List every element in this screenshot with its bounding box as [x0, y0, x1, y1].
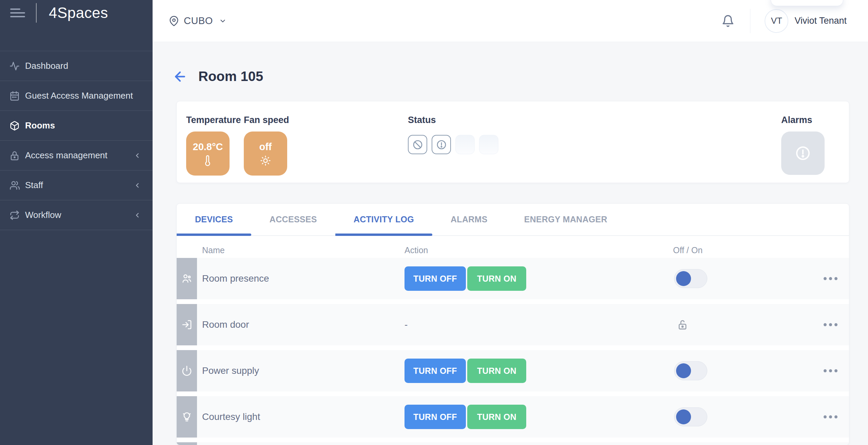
- alarms-label: Alarms: [781, 115, 825, 125]
- fan-speed-value: off: [259, 141, 272, 153]
- back-arrow-icon[interactable]: [173, 69, 188, 84]
- lock-icon: [9, 150, 20, 161]
- tab-label: DEVICES: [195, 215, 233, 224]
- alarms-group: Alarms: [781, 115, 825, 175]
- chevron-left-icon: [134, 211, 141, 219]
- sidebar-item-staff[interactable]: Staff: [0, 170, 153, 200]
- devices-card: DEVICESACCESSESACTIVITY LOGALARMSENERGY …: [176, 203, 849, 445]
- sidebar-item-access-management[interactable]: Access management: [0, 141, 153, 170]
- fan-speed-label: Fan speed: [244, 115, 289, 125]
- device-name: Courtesy light: [202, 411, 260, 422]
- thermometer-icon: [202, 155, 213, 166]
- tab-accesses[interactable]: ACCESSES: [251, 204, 335, 235]
- column-header-action: Action: [405, 245, 428, 255]
- table-row-partial: [177, 442, 849, 445]
- map-pin-icon: [169, 16, 179, 26]
- main-area: CUBO VT Viviot Tenant Room 105 Temperatu…: [153, 0, 868, 445]
- power-icon: [181, 365, 192, 376]
- toggle-knob: [676, 271, 691, 286]
- device-name: Room presence: [202, 273, 269, 284]
- turn-off-button[interactable]: TURN OFF: [405, 266, 466, 291]
- status-group: Status: [408, 115, 498, 154]
- toggle-knob: [676, 409, 691, 424]
- sidebar-item-dashboard[interactable]: Dashboard: [0, 51, 153, 81]
- menu-toggle-icon[interactable]: [10, 7, 26, 19]
- device-name: Room door: [202, 319, 249, 330]
- turn-off-button[interactable]: TURN OFF: [405, 359, 466, 383]
- logo-divider: [36, 3, 37, 23]
- turn-on-button[interactable]: TURN ON: [467, 266, 526, 291]
- room-overview-card: Temperature 20.8°C Fan speed off Status: [176, 101, 849, 183]
- device-icon-cell: [177, 258, 197, 299]
- sidebar-item-guest-access-management[interactable]: Guest Access Management: [0, 81, 153, 111]
- status-badge-empty: [479, 135, 498, 154]
- row-more-menu[interactable]: [822, 366, 839, 376]
- status-badges: [408, 135, 498, 154]
- sidebar-item-workflow[interactable]: Workflow: [0, 200, 153, 230]
- device-state: [674, 361, 707, 380]
- device-actions: TURN OFF TURN ON: [405, 266, 526, 291]
- turn-on-button[interactable]: TURN ON: [467, 359, 526, 383]
- fan-sun-icon: [260, 155, 271, 166]
- users-icon: [9, 180, 20, 190]
- tab-label: ALARMS: [451, 215, 488, 224]
- device-rows: Room presence TURN OFF TURN ON Room door…: [177, 258, 849, 438]
- user-name: Viviot Tenant: [794, 16, 847, 26]
- status-badge-alert: [432, 135, 451, 154]
- topbar: CUBO VT Viviot Tenant: [153, 0, 868, 42]
- table-row: Power supply TURN OFF TURN ON: [177, 350, 849, 391]
- notifications-bell-icon[interactable]: [722, 14, 734, 28]
- temperature-metric: Temperature 20.8°C: [186, 115, 241, 176]
- user-menu[interactable]: VT Viviot Tenant: [765, 9, 847, 33]
- popover-peek: [771, 0, 843, 6]
- column-header-offon: Off / On: [673, 245, 703, 255]
- alert-circle-icon: [795, 145, 811, 161]
- device-icon-cell: [177, 304, 197, 345]
- device-state: [674, 319, 688, 330]
- device-icon-cell: [177, 442, 197, 445]
- row-more-menu[interactable]: [822, 274, 839, 284]
- row-more-menu[interactable]: [822, 320, 839, 330]
- sidebar-menu: Dashboard Guest Access Management Rooms …: [0, 51, 153, 230]
- tab-energy-manager[interactable]: ENERGY MANAGER: [506, 204, 626, 235]
- avatar: VT: [765, 9, 788, 33]
- location-label: CUBO: [184, 15, 213, 26]
- temperature-value: 20.8°C: [193, 141, 223, 153]
- page-title-row: Room 105: [173, 69, 263, 84]
- cube-icon: [9, 121, 20, 131]
- chevron-left-icon: [134, 152, 141, 159]
- activity-icon: [9, 61, 20, 71]
- device-actions: TURN OFF TURN ON: [405, 405, 526, 429]
- page-content: Room 105 Temperature 20.8°C Fan speed of…: [153, 42, 868, 445]
- temperature-label: Temperature: [186, 115, 241, 125]
- tab-label: ACCESSES: [270, 215, 317, 224]
- presence-icon: [181, 273, 192, 284]
- tab-label: ACTIVITY LOG: [354, 215, 414, 224]
- no-action-dash: -: [405, 319, 408, 330]
- on-off-toggle[interactable]: [674, 361, 707, 380]
- device-state: [674, 407, 707, 426]
- tab-activity-log[interactable]: ACTIVITY LOG: [335, 204, 432, 235]
- unlock-icon: [677, 319, 688, 330]
- sidebar-item-rooms[interactable]: Rooms: [0, 111, 153, 141]
- location-picker[interactable]: CUBO: [169, 15, 226, 26]
- tab-bar: DEVICESACCESSESACTIVITY LOGALARMSENERGY …: [177, 204, 849, 236]
- topbar-divider: [750, 9, 750, 33]
- device-icon-cell: [177, 396, 197, 438]
- row-more-menu[interactable]: [822, 412, 839, 422]
- device-state: [674, 269, 707, 288]
- turn-on-button[interactable]: TURN ON: [467, 405, 526, 429]
- sidebar: 4Spaces Dashboard Guest Access Managemen…: [0, 0, 153, 445]
- alert-circle-icon: [436, 139, 447, 150]
- workflow-icon: [9, 210, 20, 220]
- turn-off-button[interactable]: TURN OFF: [405, 405, 466, 429]
- tab-devices[interactable]: DEVICES: [177, 204, 251, 235]
- table-header: Name Action Off / On: [177, 236, 849, 258]
- device-icon-cell: [177, 350, 197, 391]
- sidebar-item-label: Rooms: [25, 120, 141, 131]
- on-off-toggle[interactable]: [674, 407, 707, 426]
- on-off-toggle[interactable]: [674, 269, 707, 288]
- tab-alarms[interactable]: ALARMS: [432, 204, 506, 235]
- calendar-icon: [9, 91, 20, 101]
- door-icon: [181, 319, 192, 330]
